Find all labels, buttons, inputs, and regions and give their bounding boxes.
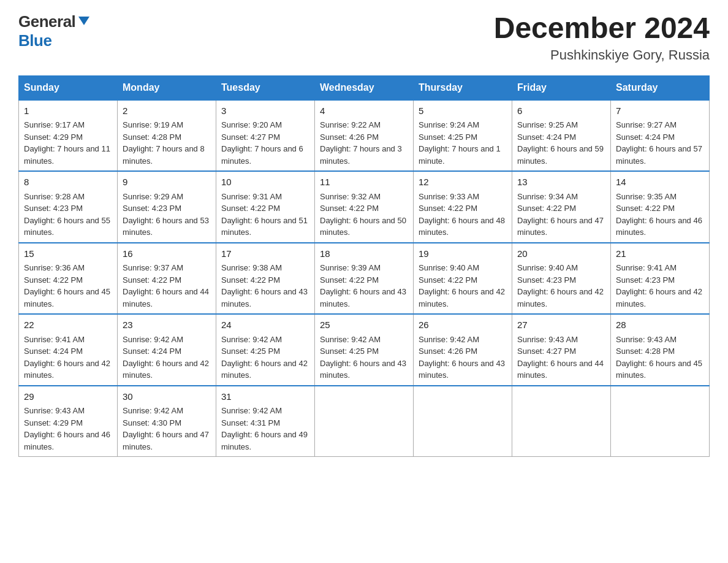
- calendar-cell: [414, 386, 512, 457]
- calendar-cell: 28 Sunrise: 9:43 AMSunset: 4:28 PMDaylig…: [611, 314, 710, 386]
- day-info: Sunrise: 9:42 AMSunset: 4:25 PMDaylight:…: [320, 334, 408, 381]
- day-info: Sunrise: 9:42 AMSunset: 4:25 PMDaylight:…: [221, 334, 309, 381]
- day-number: 18: [320, 247, 408, 261]
- day-info: Sunrise: 9:36 AMSunset: 4:22 PMDaylight:…: [24, 262, 112, 310]
- calendar-cell: 7 Sunrise: 9:27 AMSunset: 4:24 PMDayligh…: [611, 100, 710, 172]
- day-info: Sunrise: 9:40 AMSunset: 4:22 PMDaylight:…: [419, 262, 507, 310]
- day-info: Sunrise: 9:33 AMSunset: 4:22 PMDaylight:…: [419, 191, 507, 239]
- day-info: Sunrise: 9:42 AMSunset: 4:26 PMDaylight:…: [419, 334, 507, 381]
- page-header: General Blue December 2024 Pushkinskiye …: [18, 12, 710, 63]
- calendar-cell: [315, 386, 414, 457]
- calendar-cell: 20 Sunrise: 9:40 AMSunset: 4:23 PMDaylig…: [512, 243, 611, 315]
- calendar-cell: [611, 386, 710, 457]
- title-section: December 2024 Pushkinskiye Gory, Russia: [494, 12, 710, 63]
- day-number: 17: [221, 247, 309, 261]
- svg-marker-0: [78, 17, 89, 25]
- day-info: Sunrise: 9:19 AMSunset: 4:28 PMDaylight:…: [123, 119, 211, 167]
- calendar-cell: 13 Sunrise: 9:34 AMSunset: 4:22 PMDaylig…: [512, 171, 611, 243]
- day-info: Sunrise: 9:29 AMSunset: 4:23 PMDaylight:…: [123, 191, 211, 239]
- day-number: 10: [221, 175, 309, 190]
- calendar-cell: 27 Sunrise: 9:43 AMSunset: 4:27 PMDaylig…: [512, 314, 611, 386]
- calendar-cell: 10 Sunrise: 9:31 AMSunset: 4:22 PMDaylig…: [216, 171, 315, 243]
- calendar-cell: 24 Sunrise: 9:42 AMSunset: 4:25 PMDaylig…: [216, 314, 315, 386]
- day-number: 14: [616, 175, 704, 190]
- day-number: 1: [24, 104, 112, 118]
- calendar-header-friday: Friday: [512, 75, 611, 100]
- calendar-table: SundayMondayTuesdayWednesdayThursdayFrid…: [18, 75, 710, 458]
- day-number: 8: [24, 175, 112, 190]
- calendar-cell: 23 Sunrise: 9:42 AMSunset: 4:24 PMDaylig…: [118, 314, 216, 386]
- week-row-3: 15 Sunrise: 9:36 AMSunset: 4:22 PMDaylig…: [19, 243, 710, 315]
- calendar-header-tuesday: Tuesday: [216, 75, 315, 100]
- day-info: Sunrise: 9:42 AMSunset: 4:24 PMDaylight:…: [123, 334, 211, 381]
- calendar-cell: 30 Sunrise: 9:42 AMSunset: 4:30 PMDaylig…: [118, 386, 216, 457]
- day-number: 27: [517, 318, 605, 332]
- day-info: Sunrise: 9:41 AMSunset: 4:23 PMDaylight:…: [616, 262, 704, 310]
- day-number: 29: [24, 390, 112, 404]
- calendar-header-sunday: Sunday: [19, 75, 118, 100]
- day-number: 24: [221, 318, 309, 332]
- calendar-cell: 25 Sunrise: 9:42 AMSunset: 4:25 PMDaylig…: [315, 314, 414, 386]
- day-info: Sunrise: 9:34 AMSunset: 4:22 PMDaylight:…: [517, 191, 605, 239]
- day-number: 7: [616, 104, 704, 118]
- day-number: 31: [221, 390, 309, 404]
- week-row-5: 29 Sunrise: 9:43 AMSunset: 4:29 PMDaylig…: [19, 386, 710, 457]
- calendar-header-monday: Monday: [118, 75, 216, 100]
- calendar-cell: 1 Sunrise: 9:17 AMSunset: 4:29 PMDayligh…: [19, 100, 118, 172]
- day-info: Sunrise: 9:25 AMSunset: 4:24 PMDaylight:…: [517, 119, 605, 167]
- day-number: 26: [419, 318, 507, 332]
- calendar-cell: 18 Sunrise: 9:39 AMSunset: 4:22 PMDaylig…: [315, 243, 414, 315]
- calendar-cell: 14 Sunrise: 9:35 AMSunset: 4:22 PMDaylig…: [611, 171, 710, 243]
- day-info: Sunrise: 9:28 AMSunset: 4:23 PMDaylight:…: [24, 191, 112, 239]
- calendar-cell: 22 Sunrise: 9:41 AMSunset: 4:24 PMDaylig…: [19, 314, 118, 386]
- logo-blue: Blue: [18, 31, 51, 50]
- calendar-cell: 4 Sunrise: 9:22 AMSunset: 4:26 PMDayligh…: [315, 100, 414, 172]
- day-info: Sunrise: 9:43 AMSunset: 4:28 PMDaylight:…: [616, 334, 704, 381]
- calendar-header-wednesday: Wednesday: [315, 75, 414, 100]
- day-number: 23: [123, 318, 211, 332]
- day-info: Sunrise: 9:17 AMSunset: 4:29 PMDaylight:…: [24, 119, 112, 167]
- day-info: Sunrise: 9:37 AMSunset: 4:22 PMDaylight:…: [123, 262, 211, 310]
- day-number: 6: [517, 104, 605, 118]
- day-info: Sunrise: 9:40 AMSunset: 4:23 PMDaylight:…: [517, 262, 605, 310]
- day-number: 28: [616, 318, 704, 332]
- week-row-1: 1 Sunrise: 9:17 AMSunset: 4:29 PMDayligh…: [19, 100, 710, 172]
- calendar-cell: 3 Sunrise: 9:20 AMSunset: 4:27 PMDayligh…: [216, 100, 315, 172]
- month-year-title: December 2024: [494, 12, 710, 45]
- day-number: 2: [123, 104, 211, 118]
- day-number: 20: [517, 247, 605, 261]
- day-info: Sunrise: 9:24 AMSunset: 4:25 PMDaylight:…: [419, 119, 507, 167]
- logo-general: General: [18, 12, 75, 31]
- day-number: 25: [320, 318, 408, 332]
- day-info: Sunrise: 9:35 AMSunset: 4:22 PMDaylight:…: [616, 191, 704, 239]
- calendar-cell: 29 Sunrise: 9:43 AMSunset: 4:29 PMDaylig…: [19, 386, 118, 457]
- week-row-2: 8 Sunrise: 9:28 AMSunset: 4:23 PMDayligh…: [19, 171, 710, 243]
- calendar-cell: 26 Sunrise: 9:42 AMSunset: 4:26 PMDaylig…: [414, 314, 512, 386]
- calendar-cell: [512, 386, 611, 457]
- day-number: 3: [221, 104, 309, 118]
- calendar-header-thursday: Thursday: [414, 75, 512, 100]
- calendar-cell: 6 Sunrise: 9:25 AMSunset: 4:24 PMDayligh…: [512, 100, 611, 172]
- day-number: 22: [24, 318, 112, 332]
- day-number: 13: [517, 175, 605, 190]
- day-number: 19: [419, 247, 507, 261]
- day-info: Sunrise: 9:39 AMSunset: 4:22 PMDaylight:…: [320, 262, 408, 310]
- calendar-cell: 17 Sunrise: 9:38 AMSunset: 4:22 PMDaylig…: [216, 243, 315, 315]
- calendar-cell: 16 Sunrise: 9:37 AMSunset: 4:22 PMDaylig…: [118, 243, 216, 315]
- calendar-cell: 19 Sunrise: 9:40 AMSunset: 4:22 PMDaylig…: [414, 243, 512, 315]
- day-info: Sunrise: 9:31 AMSunset: 4:22 PMDaylight:…: [221, 191, 309, 239]
- day-info: Sunrise: 9:43 AMSunset: 4:29 PMDaylight:…: [24, 405, 112, 453]
- day-info: Sunrise: 9:42 AMSunset: 4:31 PMDaylight:…: [221, 405, 309, 453]
- calendar-cell: 21 Sunrise: 9:41 AMSunset: 4:23 PMDaylig…: [611, 243, 710, 315]
- calendar-header-saturday: Saturday: [611, 75, 710, 100]
- calendar-cell: 31 Sunrise: 9:42 AMSunset: 4:31 PMDaylig…: [216, 386, 315, 457]
- day-number: 11: [320, 175, 408, 190]
- day-info: Sunrise: 9:43 AMSunset: 4:27 PMDaylight:…: [517, 334, 605, 381]
- calendar-cell: 15 Sunrise: 9:36 AMSunset: 4:22 PMDaylig…: [19, 243, 118, 315]
- calendar-cell: 12 Sunrise: 9:33 AMSunset: 4:22 PMDaylig…: [414, 171, 512, 243]
- day-number: 5: [419, 104, 507, 118]
- calendar-cell: 2 Sunrise: 9:19 AMSunset: 4:28 PMDayligh…: [118, 100, 216, 172]
- day-info: Sunrise: 9:20 AMSunset: 4:27 PMDaylight:…: [221, 119, 309, 167]
- calendar-cell: 11 Sunrise: 9:32 AMSunset: 4:22 PMDaylig…: [315, 171, 414, 243]
- day-number: 15: [24, 247, 112, 261]
